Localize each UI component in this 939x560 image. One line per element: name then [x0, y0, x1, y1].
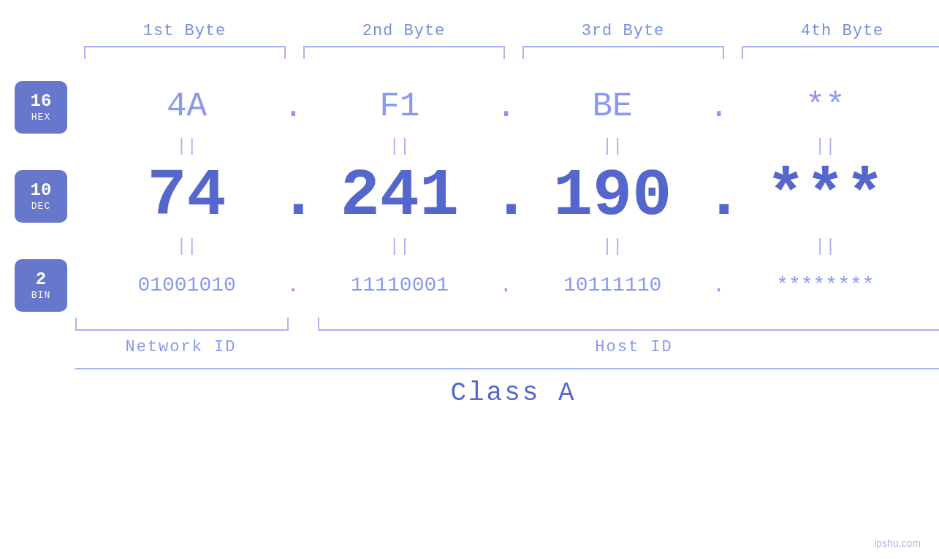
bin-byte3: 10111110 [521, 272, 704, 299]
main-container: 1st Byte 2nd Byte 3rd Byte 4th Byte 16 H… [0, 0, 939, 560]
bin-badge-label: BIN [31, 290, 50, 301]
label-dot-spacer [287, 338, 316, 356]
bin-dot1: . [278, 275, 308, 297]
hex-dot1: . [278, 88, 308, 126]
equals-data-1: || || || || [95, 134, 939, 159]
network-bracket [75, 318, 289, 331]
dec-dot3: . [704, 159, 734, 234]
eq1-b3: || [521, 134, 704, 159]
eq1-b2: || [308, 134, 491, 159]
equals-spacer-1 [0, 134, 95, 159]
dec-byte4: *** [734, 161, 917, 233]
eq2-b2: || [308, 234, 491, 259]
bin-row-group: 2 BIN 01001010 . 11110001 . 10111110 . *… [0, 259, 939, 312]
byte-headers: 1st Byte 2nd Byte 3rd Byte 4th Byte [75, 22, 940, 40]
dec-byte2: 241 [308, 161, 491, 233]
dec-dot1: . [278, 159, 308, 234]
hex-dot3: . [704, 88, 734, 126]
byte3-header: 3rd Byte [514, 22, 733, 40]
eq2-b3: || [521, 234, 704, 259]
eq1-b4: || [734, 134, 917, 159]
host-id-label: Host ID [316, 338, 940, 356]
bottom-section: Network ID Host ID [75, 318, 940, 356]
top-bracket-1 [84, 46, 286, 59]
top-brackets [75, 46, 940, 59]
bin-badge-cell: 2 BIN [0, 259, 95, 312]
network-id-label: Network ID [75, 338, 287, 356]
bin-byte4: ******** [734, 272, 917, 299]
dec-badge-number: 10 [31, 181, 52, 200]
bottom-brackets [75, 318, 940, 331]
equals-spacer-2 [0, 234, 95, 259]
dec-badge-label: DEC [31, 201, 50, 212]
dec-dot2: . [492, 159, 521, 234]
dec-badge-cell: 10 DEC [0, 159, 95, 234]
bin-dot2: . [492, 275, 521, 297]
hex-row-group: 16 HEX 4A . F1 . BE . ** [0, 81, 939, 134]
class-label: Class A [75, 378, 940, 408]
equals-row-2: || || || || [0, 234, 939, 259]
dec-byte3: 190 [521, 161, 704, 233]
equals-row-1: || || || || [0, 134, 939, 159]
eq2-b1: || [95, 234, 278, 259]
hex-badge-label: HEX [31, 112, 50, 123]
top-bracket-2 [303, 46, 505, 59]
hex-byte2: F1 [308, 87, 491, 127]
class-row: Class A [75, 368, 940, 408]
bin-badge-number: 2 [36, 270, 46, 289]
watermark: ipshu.com [874, 537, 921, 549]
hex-dot2: . [492, 88, 521, 126]
byte1-header: 1st Byte [75, 22, 294, 40]
bin-byte2: 11110001 [308, 272, 491, 299]
hex-badge-number: 16 [31, 92, 52, 111]
byte2-header: 2nd Byte [294, 22, 514, 40]
top-bracket-3 [522, 46, 724, 59]
bottom-labels: Network ID Host ID [75, 338, 940, 356]
hex-byte4: ** [734, 87, 917, 127]
bin-byte1: 01001010 [95, 272, 278, 299]
bin-data-row: 01001010 . 11110001 . 10111110 . *******… [95, 259, 939, 312]
dec-data-row: 74 . 241 . 190 . *** [95, 159, 939, 234]
hex-badge: 16 HEX [15, 81, 67, 134]
eq1-b1: || [95, 134, 278, 159]
dec-badge: 10 DEC [15, 170, 67, 223]
hex-byte1: 4A [95, 87, 278, 127]
hex-badge-cell: 16 HEX [0, 81, 95, 134]
bin-dot3: . [704, 275, 734, 297]
host-bracket [318, 318, 940, 331]
hex-byte3: BE [521, 87, 704, 127]
equals-data-2: || || || || [95, 234, 939, 259]
top-bracket-4 [742, 46, 940, 59]
dec-row-group: 10 DEC 74 . 241 . 190 . *** [0, 159, 939, 234]
hex-data-row: 4A . F1 . BE . ** [95, 81, 939, 134]
eq2-b4: || [734, 234, 917, 259]
class-bracket-line [75, 368, 940, 369]
byte4-header: 4th Byte [733, 22, 940, 40]
dec-byte1: 74 [95, 161, 278, 233]
bin-badge: 2 BIN [15, 259, 67, 312]
